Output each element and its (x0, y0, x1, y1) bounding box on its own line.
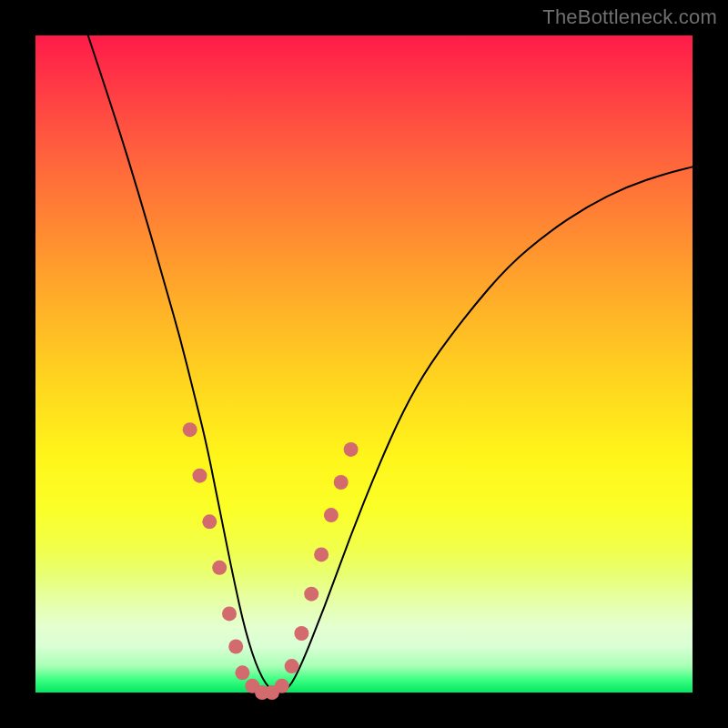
curve-marker (212, 561, 227, 575)
chart-svg (35, 35, 693, 693)
curve-marker (285, 659, 299, 673)
curve-marker (202, 514, 217, 529)
curve-marker (183, 422, 197, 437)
chart-frame: TheBottleneck.com (0, 0, 728, 728)
curve-marker (314, 547, 329, 561)
curve-marker (193, 469, 207, 483)
curve-marker (324, 508, 339, 522)
curve-marker (334, 475, 349, 490)
marker-group (183, 422, 359, 700)
curve-marker (275, 679, 289, 693)
curve-marker (294, 626, 308, 641)
curve-marker (235, 665, 249, 680)
curve-marker (304, 587, 318, 602)
curve-marker (222, 606, 237, 621)
watermark-text: TheBottleneck.com (542, 5, 717, 29)
curve-marker (228, 640, 243, 654)
plot-area (35, 35, 693, 693)
curve-marker (344, 442, 359, 457)
bottleneck-curve (88, 35, 693, 693)
